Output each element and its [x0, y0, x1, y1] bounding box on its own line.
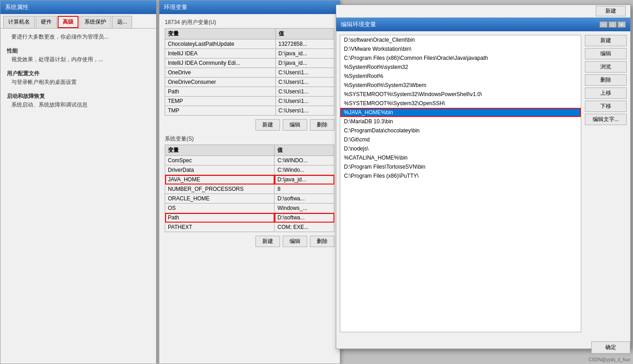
- user-var-row[interactable]: IntelliJ IDEAD:\java_id...: [165, 49, 334, 58]
- sys-var-value: COM; EXE...: [275, 223, 334, 232]
- sys-props-titlebar: 系统属性: [0, 0, 156, 14]
- sys-vars-table: 变量 值 ComSpecC:\WINDO...DriverDataC:\Wind…: [165, 145, 334, 232]
- side-btn-5[interactable]: 下移: [585, 101, 627, 112]
- sys-var-row[interactable]: PATHEXTCOM; EXE...: [165, 223, 334, 232]
- sys-new-btn[interactable]: 新建: [255, 236, 280, 247]
- sys-var-row[interactable]: ORACLE_HOMED:\softwa...: [165, 194, 334, 204]
- path-list-item[interactable]: %SystemRoot%: [340, 72, 581, 81]
- path-list-item[interactable]: %JAVA_HOME%bin: [340, 108, 581, 117]
- sys-var-row[interactable]: OSWindows_...: [165, 204, 334, 213]
- sys-props-tabs: 计算机名 硬件 高级 系统保护 远...: [0, 14, 156, 29]
- titlebar-controls: ─ □ ✕: [599, 21, 626, 28]
- user-var-row[interactable]: ChocolateyLastPathUpdate13272858...: [165, 39, 334, 49]
- top-action-bar: 新建: [336, 5, 630, 18]
- user-var-value: C:\Users\1...: [275, 68, 334, 78]
- side-btn-3[interactable]: 删除: [585, 74, 627, 86]
- side-btn-6[interactable]: 编辑文字...: [585, 114, 627, 125]
- user-var-row[interactable]: IntelliJ IDEA Community Edi...D:\java_id…: [165, 58, 334, 68]
- close-btn[interactable]: ✕: [618, 21, 626, 28]
- user-var-row[interactable]: PathC:\Users\1...: [165, 87, 334, 97]
- path-list-item[interactable]: D:\nodejs\: [340, 144, 581, 153]
- user-var-value: D:\java_id...: [275, 49, 334, 58]
- user-var-row[interactable]: TEMPC:\Users\1...: [165, 97, 334, 106]
- startup-desc: 系统启动、系统故障和调试信息: [11, 101, 150, 109]
- sys-edit-btn[interactable]: 编辑: [283, 236, 307, 247]
- startup-title: 启动和故障恢复: [7, 92, 150, 100]
- perf-desc: 视觉效果，处理器计划，内存使用，...: [11, 56, 150, 63]
- user-edit-btn[interactable]: 编辑: [283, 119, 307, 131]
- sys-var-value: Windows_...: [275, 204, 334, 213]
- env-vars-titlebar: 环境变量: [159, 0, 340, 14]
- user-vars-title: 18734 的用户变量(U): [165, 19, 334, 26]
- minimize-btn[interactable]: ─: [599, 21, 608, 28]
- user-var-row[interactable]: OneDriveConsumerC:\Users\1...: [165, 78, 334, 87]
- path-list-item[interactable]: D:\Git\cmd: [340, 135, 581, 144]
- path-list[interactable]: D:\software\Oracle_Client\binD:\VMware W…: [340, 35, 581, 332]
- edit-env-main: D:\software\Oracle_Client\binD:\VMware W…: [336, 31, 630, 340]
- sys-del-btn[interactable]: 删除: [310, 236, 334, 247]
- path-list-item[interactable]: D:\MariaDB 10.3\bin: [340, 117, 581, 126]
- side-btn-2[interactable]: 浏览: [585, 61, 627, 73]
- edit-env-title: 编辑环境变量: [341, 20, 376, 29]
- user-var-name: Path: [165, 87, 276, 97]
- user-var-name: ChocolateyLastPathUpdate: [165, 39, 276, 49]
- user-var-name: OneDriveConsumer: [165, 78, 276, 87]
- edit-footer: 确定: [336, 340, 630, 354]
- path-list-item[interactable]: C:\ProgramData\chocolatey\bin: [340, 126, 581, 135]
- sys-var-row[interactable]: JAVA_HOMED:\java_jd...: [165, 175, 334, 184]
- profile-title: 用户配置文件: [7, 70, 150, 78]
- user-var-value: C:\Users\1...: [275, 87, 334, 97]
- side-btn-1[interactable]: 编辑: [585, 48, 627, 59]
- env-vars-body: 18734 的用户变量(U) 变量 值 ChocolateyLastPathUp…: [159, 14, 340, 256]
- path-list-item[interactable]: %SYSTEMROOT%\System32\WindowsPowerShell\…: [340, 90, 581, 99]
- path-list-item[interactable]: D:\software\Oracle_Client\bin: [340, 35, 581, 44]
- sys-props-title: 系统属性: [5, 3, 29, 11]
- watermark: CSDN@yyds_it_huo: [589, 357, 630, 362]
- path-list-item[interactable]: %SYSTEMROOT%\System32\OpenSSH\: [340, 99, 581, 108]
- sys-props-content: 要进行大多数更改，你必须作为管理员... 性能 视觉效果，处理器计划，内存使用，…: [0, 29, 156, 116]
- path-list-item[interactable]: %SystemRoot%\System32\Wbem: [340, 81, 581, 90]
- profile-desc: 与登录帐户相关的桌面设置: [11, 78, 150, 86]
- user-var-row[interactable]: OneDriveC:\Users\1...: [165, 68, 334, 78]
- user-var-name: IntelliJ IDEA Community Edi...: [165, 58, 276, 68]
- path-list-item[interactable]: %SystemRoot%\system32: [340, 63, 581, 72]
- user-var-name: IntelliJ IDEA: [165, 49, 276, 58]
- tab-computer-name[interactable]: 计算机名: [3, 16, 35, 28]
- tab-hardware[interactable]: 硬件: [36, 16, 57, 28]
- sys-var-name: ORACLE_HOME: [165, 194, 275, 204]
- path-list-item[interactable]: D:\Program Files\TortoiseSVN\bin: [340, 162, 581, 171]
- user-var-value: D:\java_id...: [275, 58, 334, 68]
- top-new-btn[interactable]: 新建: [596, 6, 626, 16]
- sys-var-value: 8: [275, 184, 334, 194]
- sys-vars-title: 系统变量(S): [165, 135, 334, 143]
- confirm-btn[interactable]: 确定: [591, 341, 630, 354]
- side-btn-4[interactable]: 上移: [585, 87, 627, 99]
- perf-title: 性能: [7, 47, 150, 55]
- tab-advanced[interactable]: 高级: [58, 16, 79, 28]
- user-var-value: 13272858...: [275, 39, 334, 49]
- user-del-btn[interactable]: 删除: [310, 119, 334, 131]
- path-list-item[interactable]: C:\Program Files (x86)\Common Files\Orac…: [340, 53, 581, 63]
- sys-var-row[interactable]: PathD:\softwa...: [165, 213, 334, 223]
- sys-var-value: C:\Windo...: [275, 165, 334, 175]
- sys-var-row[interactable]: DriverDataC:\Windo...: [165, 165, 334, 175]
- sys-var-row[interactable]: ComSpecC:\WINDO...: [165, 156, 334, 165]
- user-var-name: TEMP: [165, 97, 276, 106]
- side-buttons-panel: 新建编辑浏览删除上移下移编辑文字...: [585, 35, 627, 336]
- sys-var-name: DriverData: [165, 165, 275, 175]
- path-list-item[interactable]: %CATALINA_HOME%\bin: [340, 153, 581, 162]
- sys-var-value: D:\softwa...: [275, 194, 334, 204]
- tab-remote[interactable]: 远...: [112, 16, 132, 28]
- side-btn-0[interactable]: 新建: [585, 35, 627, 46]
- path-list-item[interactable]: C:\Program Files (x86)\PuTTY\: [340, 171, 581, 180]
- sys-var-name: ComSpec: [165, 156, 275, 165]
- sys-props-window: 系统属性 计算机名 硬件 高级 系统保护 远... 要进行大多数更改，你必须作为…: [0, 0, 157, 364]
- user-var-row[interactable]: TMPC:\Users\1...: [165, 106, 334, 116]
- tab-sys-protect[interactable]: 系统保护: [79, 16, 111, 28]
- path-list-item[interactable]: D:\VMware Workstation\bin\: [340, 44, 581, 53]
- user-var-name: OneDrive: [165, 68, 276, 78]
- user-new-btn[interactable]: 新建: [255, 119, 280, 131]
- sys-var-row[interactable]: NUMBER_OF_PROCESSORS8: [165, 184, 334, 194]
- maximize-btn[interactable]: □: [608, 21, 617, 28]
- sys-var-value: C:\WINDO...: [275, 156, 334, 165]
